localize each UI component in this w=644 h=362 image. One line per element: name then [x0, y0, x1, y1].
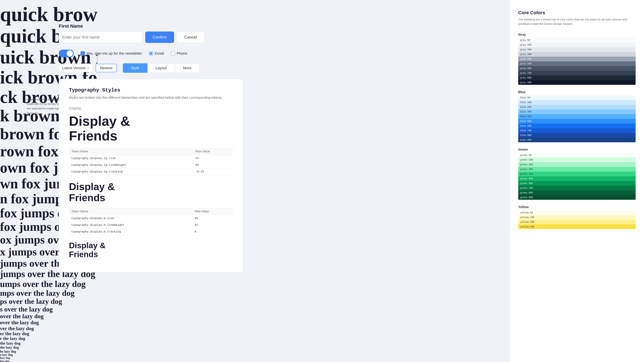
color-swatch-yellow.100: yellow.100 — [518, 215, 636, 220]
type-sample-24: er the lazy dog — [0, 331, 97, 336]
color-label: blue.100 — [520, 101, 532, 104]
color-label: gray.100 — [520, 43, 532, 46]
confirm-button[interactable]: Confirm — [145, 31, 174, 43]
color-label: gray.800 — [520, 76, 532, 79]
tab-style-label: Style — [131, 66, 139, 70]
color-swatch-blue.900: blue.900 — [518, 138, 636, 142]
type-sample-19: ps over the lazy dog — [0, 298, 97, 306]
tab-more-label: More — [183, 66, 192, 70]
email-radio[interactable] — [149, 51, 153, 56]
color-swatch-green.100: green.100 — [518, 158, 636, 162]
display-lg-text: Display &Friends — [69, 114, 233, 143]
color-swatch-blue.200: blue.200 — [518, 105, 636, 109]
color-label: gray.700 — [520, 72, 532, 74]
newsletter-checkbox-group[interactable]: ✓ Yes, sign me up for the newsletter — [80, 51, 142, 56]
phone-radio-group[interactable]: Phone — [171, 51, 188, 56]
color-swatch-blue.50: blue.50 — [518, 95, 636, 100]
color-swatch-group: blue.50blue.100blue.200blue.300blue.400b… — [518, 95, 636, 142]
type-sample-25: r the lazy dog — [0, 336, 97, 341]
color-swatch-green.50: green.50 — [518, 153, 636, 158]
first-name-label: First Name — [59, 23, 243, 29]
center-panel: First Name Confirm Cancel ✓ Yes, sign me… — [59, 23, 243, 272]
color-label: green.200 — [520, 163, 533, 166]
color-label: blue.900 — [520, 139, 532, 141]
type-sample-28: he lazy dog — [0, 350, 97, 353]
color-section-title: Blue — [518, 90, 636, 94]
toggle-switch[interactable] — [59, 50, 74, 57]
color-swatch-blue.800: blue.800 — [518, 133, 636, 138]
color-swatch-blue.500: blue.500 — [518, 119, 636, 123]
color-label: blue.300 — [520, 110, 532, 113]
color-label: gray.900 — [520, 81, 532, 84]
color-label: blue.200 — [520, 106, 532, 108]
colors-desc: The following are a limited set of core … — [518, 17, 636, 26]
color-swatch-green.200: green.200 — [518, 162, 636, 167]
type-sample-31: lazy dog — [0, 360, 97, 362]
cancel-button[interactable]: Cancel — [177, 31, 204, 43]
color-label: green.600 — [520, 182, 533, 185]
newsletter-checkbox[interactable]: ✓ — [80, 51, 85, 56]
color-swatch-blue.700: blue.700 — [518, 128, 636, 133]
color-section-title: Yellow — [518, 205, 636, 209]
color-label: green.100 — [520, 159, 533, 161]
color-swatch-gray.50: gray.50 — [518, 38, 636, 42]
table-row: typography.display.m.lineHeight52 — [69, 222, 233, 228]
color-label: blue.600 — [520, 124, 532, 127]
token-table-lg: Token Name Raw Value typography.display.… — [69, 148, 233, 175]
color-section-title: Green — [518, 148, 636, 151]
color-swatch-blue.300: blue.300 — [518, 109, 636, 114]
typography-card: Typography Styles Styles are broken into… — [59, 79, 243, 272]
color-label: green.50 — [520, 154, 532, 157]
tab-group: Style Layout More — [123, 63, 200, 73]
color-label: blue.400 — [520, 115, 532, 118]
color-swatch-blue.600: blue.600 — [518, 123, 636, 128]
color-swatch-yellow.300: yellow.300 — [518, 224, 636, 229]
color-label: gray.300 — [520, 53, 532, 56]
color-swatch-gray.800: gray.800 — [518, 75, 636, 80]
tab-style[interactable]: Style — [123, 63, 148, 73]
col-token-name-m: Token Name — [69, 208, 192, 215]
type-sample-30: lazy dog — [0, 357, 97, 360]
display-section-heading: Display — [69, 106, 233, 110]
color-label: blue.800 — [520, 134, 532, 137]
type-sample-22: over the lazy dog — [0, 320, 97, 326]
newsletter-label: Yes, sign me up for the newsletter — [86, 51, 142, 56]
color-label: gray.500 — [520, 62, 532, 65]
table-row: typography.display.lg.lineHeight64 — [69, 162, 233, 168]
first-name-input[interactable] — [59, 31, 142, 43]
color-swatch-gray.200: gray.200 — [518, 47, 636, 52]
color-swatch-green.900: green.900 — [518, 195, 636, 200]
color-swatch-green.500: green.500 — [518, 176, 636, 181]
color-label: blue.50 — [520, 96, 530, 99]
color-swatch-gray.400: gray.400 — [518, 57, 636, 61]
color-section-yellow: Yellowyellow.50yellow.100yellow.200yello… — [518, 205, 636, 229]
display-sm-text: Display &Friends — [69, 241, 233, 259]
tab-layout[interactable]: Layout — [148, 63, 175, 73]
color-label: yellow.50 — [520, 211, 533, 214]
type-sample-26: the lazy dog — [0, 341, 97, 346]
color-label: yellow.300 — [520, 225, 534, 228]
phone-label: Phone — [177, 51, 188, 56]
color-swatch-group: yellow.50yellow.100yellow.200yellow.300 — [518, 210, 636, 229]
color-swatch-green.700: green.700 — [518, 186, 636, 190]
color-label: yellow.200 — [520, 221, 534, 223]
col-raw-value-lg: Raw Value — [193, 148, 233, 155]
card-desc: Styles are broken into five different hi… — [69, 95, 233, 100]
tag-close-icon[interactable]: ✕ — [87, 66, 90, 70]
color-swatch-gray.100: gray.100 — [518, 42, 636, 47]
color-swatch-gray.500: gray.500 — [518, 61, 636, 66]
phone-radio[interactable] — [171, 51, 175, 56]
color-swatch-gray.900: gray.900 — [518, 80, 636, 85]
color-swatch-green.600: green.600 — [518, 181, 636, 186]
color-label: gray.600 — [520, 67, 532, 70]
tag-newest[interactable]: Newest — [96, 64, 116, 72]
tag-latest-version[interactable]: Latest Version ✕ — [59, 64, 93, 72]
color-label: gray.200 — [520, 48, 532, 51]
token-table-m: Token Name Raw Value typography.display.… — [69, 208, 233, 235]
tags-tabs-row: Latest Version ✕ Newest Style Layout Mor… — [59, 63, 243, 73]
tab-more[interactable]: More — [175, 63, 200, 73]
type-sample-27: the lazy dog — [0, 346, 97, 350]
color-swatch-blue.400: blue.400 — [518, 114, 636, 119]
email-radio-group[interactable]: Email — [149, 51, 164, 56]
color-label: blue.500 — [520, 120, 532, 122]
